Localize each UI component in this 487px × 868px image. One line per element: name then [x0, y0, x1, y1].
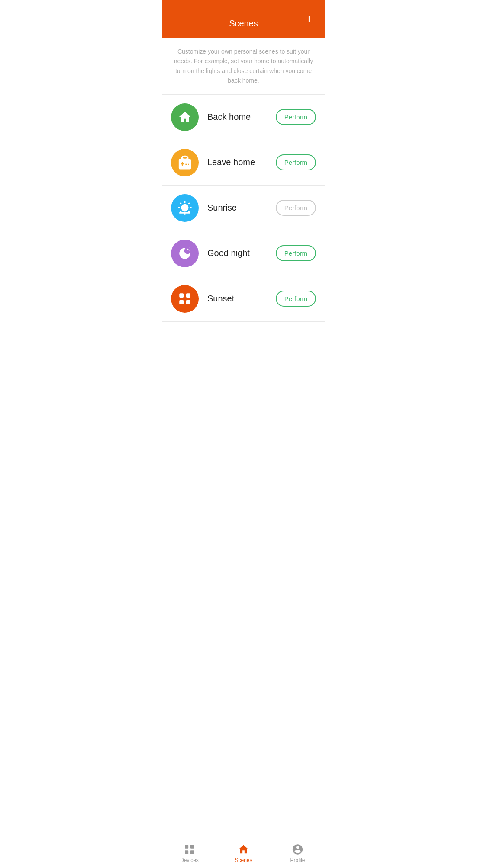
- perform-button-sunrise[interactable]: Perform: [276, 200, 316, 216]
- scene-name-good-night: Good night: [207, 248, 276, 258]
- page-subtitle: Customize your own personal scenes to su…: [162, 38, 325, 95]
- svg-rect-5: [179, 293, 184, 298]
- svg-rect-7: [179, 300, 184, 304]
- scene-item-sunset[interactable]: Sunset Perform: [162, 276, 325, 322]
- add-scene-button[interactable]: +: [302, 10, 316, 28]
- scene-name-sunrise: Sunrise: [207, 203, 276, 213]
- page-title: Scenes: [229, 19, 258, 29]
- svg-point-2: [187, 248, 189, 250]
- scene-name-back-home: Back home: [207, 112, 276, 122]
- app-header: Scenes +: [162, 0, 325, 38]
- perform-button-sunset[interactable]: Perform: [276, 291, 316, 307]
- scene-item-leave-home[interactable]: Leave home Perform: [162, 140, 325, 186]
- sunrise-icon: [177, 201, 192, 215]
- leave-home-icon: [171, 149, 199, 176]
- svg-rect-6: [186, 293, 190, 298]
- sunset-icon: [171, 285, 199, 313]
- scene-item-good-night[interactable]: Good night Perform: [162, 231, 325, 276]
- perform-button-good-night[interactable]: Perform: [276, 245, 316, 261]
- perform-button-back-home[interactable]: Perform: [276, 109, 316, 125]
- scene-list: Back home Perform Leave home Perform Sun…: [162, 95, 325, 322]
- scene-item-sunrise[interactable]: Sunrise Perform: [162, 186, 325, 231]
- svg-point-0: [182, 205, 188, 211]
- good-night-icon: [171, 240, 199, 267]
- briefcase-icon: [177, 155, 192, 170]
- svg-rect-8: [186, 300, 190, 304]
- home-icon: [177, 110, 192, 125]
- moon-icon: [177, 246, 192, 261]
- scene-item-back-home[interactable]: Back home Perform: [162, 95, 325, 140]
- svg-point-3: [189, 247, 190, 248]
- grid-icon: [177, 291, 192, 306]
- scene-name-leave-home: Leave home: [207, 157, 276, 167]
- sunrise-icon-container: [171, 194, 199, 222]
- scene-name-sunset: Sunset: [207, 294, 276, 304]
- perform-button-leave-home[interactable]: Perform: [276, 154, 316, 170]
- svg-point-4: [189, 250, 189, 250]
- back-home-icon: [171, 103, 199, 131]
